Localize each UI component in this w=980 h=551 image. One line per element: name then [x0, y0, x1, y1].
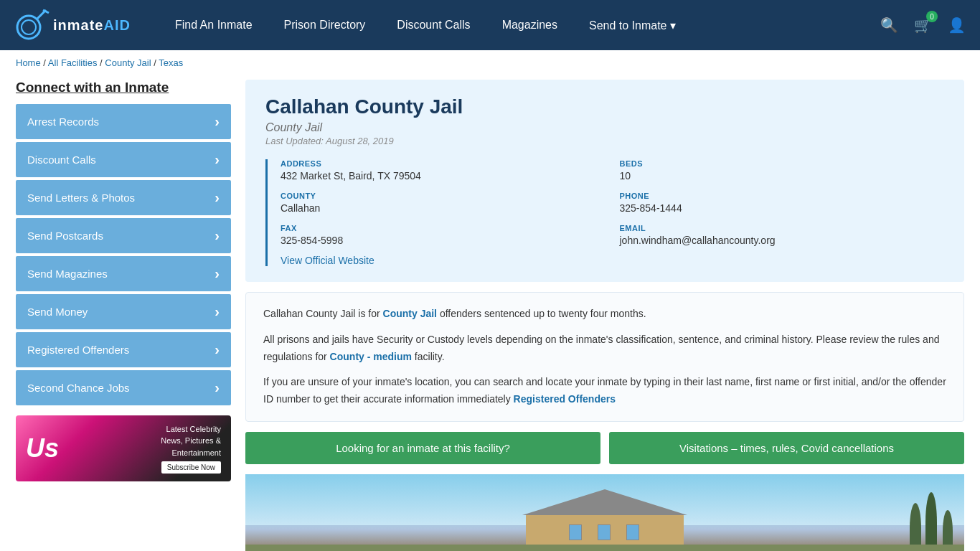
phone-value: 325-854-1444: [620, 202, 945, 214]
county-value: Callahan: [281, 202, 606, 214]
visitations-button[interactable]: Visitations – times, rules, Covid cancel…: [609, 432, 964, 464]
fax-block: FAX 325-854-5998: [281, 224, 606, 246]
nav-find-inmate[interactable]: Find An Inmate: [159, 0, 268, 50]
user-icon[interactable]: 👤: [948, 17, 966, 34]
sidebar-item-send-money[interactable]: Send Money ›: [16, 294, 231, 329]
navbar: inmateAID Find An Inmate Prison Director…: [0, 0, 980, 50]
view-official-website-link[interactable]: View Official Website: [281, 255, 374, 266]
ad-subscribe-button[interactable]: Subscribe Now: [161, 461, 221, 474]
ad-content: Latest Celebrity News, Pictures & Entert…: [161, 423, 221, 474]
facility-card: Callahan County Jail County Jail Last Up…: [245, 80, 964, 282]
sidebar-item-second-chance-jobs[interactable]: Second Chance Jobs ›: [16, 370, 231, 405]
address-value: 432 Market St, Baird, TX 79504: [281, 170, 606, 182]
sidebar-item-arrest-records[interactable]: Arrest Records ›: [16, 104, 231, 139]
chevron-right-icon: ›: [215, 189, 220, 206]
facility-type: County Jail: [265, 121, 944, 134]
chevron-right-icon: ›: [215, 227, 220, 244]
ad-line3: Entertainment: [161, 447, 221, 459]
beds-label: BEDS: [620, 159, 945, 168]
phone-label: PHONE: [620, 192, 945, 200]
sidebar-item-label: Send Money: [27, 306, 88, 318]
ad-logo: Us: [26, 433, 59, 463]
fax-label: FAX: [281, 224, 606, 232]
facility-image: [245, 474, 964, 551]
cart-badge: 0: [926, 11, 938, 22]
desc-paragraph-2: All prisons and jails have Security or C…: [263, 331, 946, 366]
description-section: Callahan County Jail is for County Jail …: [245, 292, 964, 422]
nav-send-to-inmate[interactable]: Send to Inmate ▾: [573, 0, 692, 50]
facility-last-updated: Last Updated: August 28, 2019: [265, 136, 944, 146]
sidebar-item-label: Discount Calls: [27, 154, 96, 166]
ad-line2: News, Pictures &: [161, 435, 221, 447]
sidebar-item-registered-offenders[interactable]: Registered Offenders ›: [16, 332, 231, 367]
search-icon[interactable]: 🔍: [880, 17, 898, 34]
sidebar-menu: Arrest Records › Discount Calls › Send L…: [16, 104, 231, 405]
facility-name: Callahan County Jail: [265, 95, 944, 118]
county-medium-link[interactable]: County - medium: [330, 351, 412, 362]
content-area: Callahan County Jail County Jail Last Up…: [245, 80, 964, 551]
chevron-right-icon: ›: [215, 113, 220, 130]
sidebar-item-label: Send Magazines: [27, 268, 108, 280]
county-jail-link[interactable]: County Jail: [383, 308, 437, 319]
cart-icon[interactable]: 🛒 0: [914, 17, 932, 34]
fax-value: 325-854-5998: [281, 235, 606, 246]
breadcrumb-county-jail[interactable]: County Jail: [105, 57, 151, 68]
phone-block: PHONE 325-854-1444: [620, 192, 945, 214]
sidebar-item-label: Send Letters & Photos: [27, 192, 135, 204]
breadcrumb-state[interactable]: Texas: [159, 57, 183, 68]
facility-info-divider: ADDRESS 432 Market St, Baird, TX 79504 B…: [265, 159, 944, 266]
sidebar-item-discount-calls[interactable]: Discount Calls ›: [16, 142, 231, 177]
looking-for-inmate-button[interactable]: Looking for an inmate at this facility?: [245, 432, 600, 464]
sidebar-item-label: Registered Offenders: [27, 344, 129, 356]
email-label: EMAIL: [620, 224, 945, 232]
nav-magazines[interactable]: Magazines: [486, 0, 573, 50]
county-block: COUNTY Callahan: [281, 192, 606, 214]
svg-point-0: [17, 16, 40, 39]
breadcrumb: Home / All Facilities / County Jail / Te…: [0, 50, 980, 75]
sidebar-item-send-postcards[interactable]: Send Postcards ›: [16, 218, 231, 253]
desc-paragraph-1: Callahan County Jail is for County Jail …: [263, 306, 946, 323]
sidebar-title: Connect with an Inmate: [16, 80, 231, 95]
sidebar-item-send-letters-photos[interactable]: Send Letters & Photos ›: [16, 180, 231, 215]
nav-icons-group: 🔍 🛒 0 👤: [880, 17, 966, 34]
ad-line1: Latest Celebrity: [161, 423, 221, 435]
chevron-right-icon: ›: [215, 265, 220, 282]
navbar-logo[interactable]: inmateAID: [14, 7, 131, 43]
address-block: ADDRESS 432 Market St, Baird, TX 79504: [281, 159, 606, 182]
chevron-right-icon: ›: [215, 380, 220, 396]
nav-discount-calls[interactable]: Discount Calls: [381, 0, 486, 50]
sidebar-item-label: Second Chance Jobs: [27, 382, 130, 394]
action-buttons: Looking for an inmate at this facility? …: [245, 432, 964, 464]
sidebar-item-label: Send Postcards: [27, 230, 103, 242]
email-value: john.windham@callahancounty.org: [620, 235, 945, 246]
sidebar-item-label: Arrest Records: [27, 116, 99, 128]
registered-offenders-link[interactable]: Registered Offenders: [514, 393, 616, 405]
nav-prison-directory[interactable]: Prison Directory: [268, 0, 382, 50]
breadcrumb-home[interactable]: Home: [16, 57, 41, 68]
breadcrumb-all-facilities[interactable]: All Facilities: [48, 57, 98, 68]
desc-paragraph-3: If you are unsure of your inmate's locat…: [263, 374, 946, 408]
address-label: ADDRESS: [281, 159, 606, 168]
main-container: Connect with an Inmate Arrest Records › …: [0, 75, 980, 551]
sidebar: Connect with an Inmate Arrest Records › …: [16, 80, 231, 551]
facility-info-grid: ADDRESS 432 Market St, Baird, TX 79504 B…: [281, 159, 944, 246]
chevron-right-icon: ›: [215, 151, 220, 168]
chevron-right-icon: ›: [215, 342, 220, 358]
sidebar-item-send-magazines[interactable]: Send Magazines ›: [16, 256, 231, 291]
beds-block: BEDS 10: [620, 159, 945, 182]
email-block: EMAIL john.windham@callahancounty.org: [620, 224, 945, 246]
svg-point-1: [22, 20, 36, 34]
sidebar-advertisement[interactable]: Us Latest Celebrity News, Pictures & Ent…: [16, 415, 231, 481]
chevron-right-icon: ›: [215, 303, 220, 320]
beds-value: 10: [620, 170, 945, 182]
county-label: COUNTY: [281, 192, 606, 200]
navbar-links: Find An Inmate Prison Directory Discount…: [159, 0, 880, 50]
